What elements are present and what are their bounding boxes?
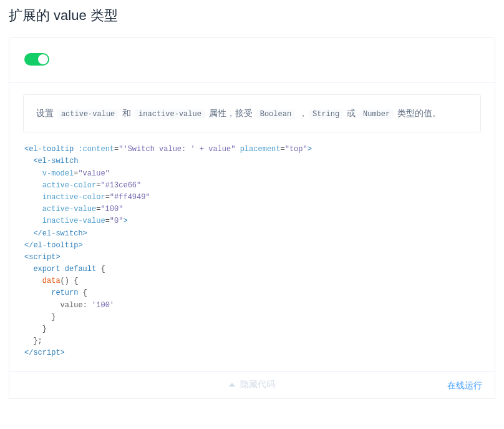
description-box: 设置 active-value 和 inactive-value 属性，接受 B… xyxy=(23,94,481,132)
section-title: 扩展的 value 类型 xyxy=(9,6,495,25)
code-token: default xyxy=(61,265,97,274)
desc-text: 属性，接受 xyxy=(206,108,255,118)
code-token: "top" xyxy=(285,145,308,154)
code-token: inactive-value xyxy=(24,217,105,225)
code-token: { xyxy=(78,288,87,297)
switch-knob xyxy=(38,54,48,64)
code-token: } xyxy=(24,313,56,322)
code-token: </el-switch> xyxy=(24,229,87,238)
desc-text: 设置 xyxy=(36,108,56,118)
code-token: = xyxy=(280,145,284,154)
demo-block: 设置 active-value 和 inactive-value 属性，接受 B… xyxy=(9,37,495,399)
code-token: </el-tooltip> xyxy=(24,241,83,250)
code-token: { xyxy=(69,277,78,285)
code-token: () xyxy=(61,277,69,285)
code-token: </scr xyxy=(24,348,47,357)
code-token: : xyxy=(83,301,92,310)
code-token: inactive-color xyxy=(24,193,105,202)
demo-preview xyxy=(9,38,495,82)
code-block: <el-tooltip :content="'Switch value: ' +… xyxy=(23,144,481,367)
code-token: value xyxy=(24,301,83,310)
demo-control-bar: 隐藏代码 在线运行 xyxy=(9,371,495,398)
code-chip-string: String xyxy=(309,109,343,119)
code-token: "0" xyxy=(110,217,124,225)
code-token: > xyxy=(308,145,312,154)
desc-text: 和 xyxy=(120,108,133,118)
code-token: > xyxy=(123,217,127,225)
desc-text: ， xyxy=(296,108,308,118)
run-online-link[interactable]: 在线运行 xyxy=(447,372,482,399)
code-chip-boolean: Boolean xyxy=(256,109,295,119)
code-token: placement xyxy=(240,145,281,154)
code-token: { xyxy=(96,265,105,274)
code-token: "#13ce66" xyxy=(100,181,141,190)
demo-meta: 设置 active-value 和 inactive-value 属性，接受 B… xyxy=(9,82,495,371)
code-token: "value" xyxy=(78,169,109,178)
code-token: <el-switch xyxy=(24,157,78,165)
code-token: ipt> xyxy=(47,348,65,357)
code-token: "100" xyxy=(100,205,123,214)
code-token: :content xyxy=(78,145,114,154)
code-token: return xyxy=(24,288,78,297)
hide-code-label: 隐藏代码 xyxy=(240,379,275,390)
code-token: data xyxy=(24,277,61,285)
code-token: <el-tooltip xyxy=(24,145,74,154)
caret-up-icon xyxy=(229,383,235,387)
code-token: export xyxy=(24,265,61,274)
code-token: active-color xyxy=(24,181,96,190)
code-token: = xyxy=(105,217,110,225)
code-token: '100' xyxy=(92,301,114,310)
code-token: "#ff4949" xyxy=(110,193,150,202)
switch-toggle[interactable] xyxy=(24,53,49,66)
code-token: v-model xyxy=(24,169,74,178)
desc-text: 或 xyxy=(344,108,358,118)
code-chip-number: Number xyxy=(359,109,394,119)
code-token: "'Switch value: ' + value" xyxy=(119,145,235,154)
code-token: = xyxy=(105,193,110,202)
code-token: <script> xyxy=(24,253,61,262)
code-chip-inactive-value: inactive-value xyxy=(135,109,205,119)
code-chip-active-value: active-value xyxy=(57,109,119,119)
code-token: }; xyxy=(24,337,42,345)
code-token: active-value xyxy=(24,205,96,214)
hide-code-button[interactable]: 隐藏代码 xyxy=(9,379,495,390)
desc-text: 类型的值。 xyxy=(395,108,441,118)
code-token: } xyxy=(24,325,47,333)
